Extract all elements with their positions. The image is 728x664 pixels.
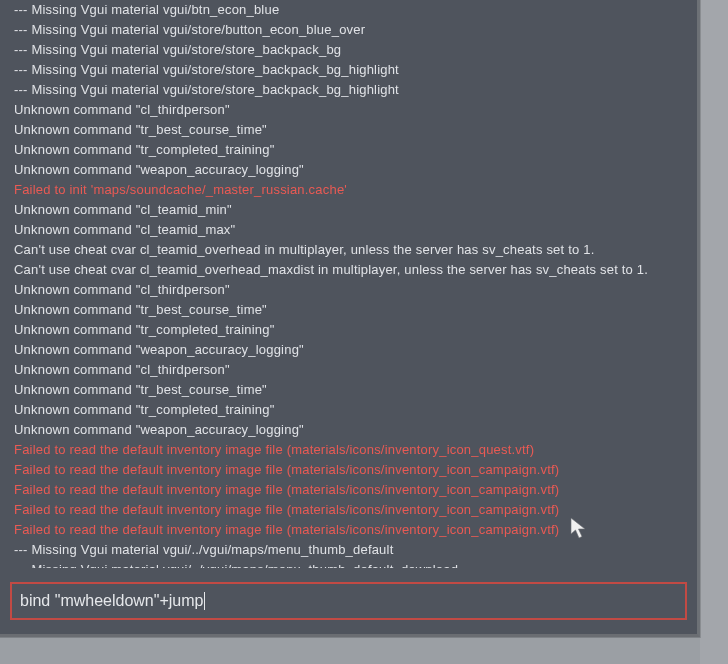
console-log-line: Failed to read the default inventory ima… [10, 520, 687, 540]
console-log-line: Unknown command "weapon_accuracy_logging… [10, 160, 687, 180]
console-panel: --- Missing Vgui material vgui/btn_econ_… [0, 0, 700, 637]
console-log-line: Unknown command "cl_teamid_min" [10, 200, 687, 220]
console-log-line: Can't use cheat cvar cl_teamid_overhead … [10, 240, 687, 260]
console-log[interactable]: --- Missing Vgui material vgui/btn_econ_… [10, 0, 687, 568]
console-log-line: --- Missing Vgui material vgui/store/sto… [10, 60, 687, 80]
console-log-line: Unknown command "weapon_accuracy_logging… [10, 340, 687, 360]
console-log-line: --- Missing Vgui material vgui/store/but… [10, 20, 687, 40]
console-log-line: --- Missing Vgui material vgui/../vgui/m… [10, 560, 687, 568]
console-log-line: Unknown command "tr_best_course_time" [10, 120, 687, 140]
console-log-line: --- Missing Vgui material vgui/store/sto… [10, 40, 687, 60]
console-log-line: Can't use cheat cvar cl_teamid_overhead_… [10, 260, 687, 280]
console-input-text[interactable]: bind "mwheeldown"+jump [20, 592, 203, 610]
console-log-line: Failed to read the default inventory ima… [10, 460, 687, 480]
console-log-line: --- Missing Vgui material vgui/store/sto… [10, 80, 687, 100]
console-log-line: Failed to init 'maps/soundcache/_master_… [10, 180, 687, 200]
console-log-line: --- Missing Vgui material vgui/btn_econ_… [10, 0, 687, 20]
console-log-line: Unknown command "tr_best_course_time" [10, 380, 687, 400]
console-log-line: Unknown command "cl_thirdperson" [10, 100, 687, 120]
console-log-line: Failed to read the default inventory ima… [10, 440, 687, 460]
window-background: --- Missing Vgui material vgui/btn_econ_… [0, 0, 728, 664]
console-log-line: Unknown command "weapon_accuracy_logging… [10, 420, 687, 440]
console-log-line: Unknown command "cl_thirdperson" [10, 360, 687, 380]
bottom-strip [0, 637, 700, 664]
console-log-line: Failed to read the default inventory ima… [10, 480, 687, 500]
console-log-line: Failed to read the default inventory ima… [10, 500, 687, 520]
console-log-line: Unknown command "cl_teamid_max" [10, 220, 687, 240]
console-log-line: Unknown command "cl_thirdperson" [10, 280, 687, 300]
console-log-line: Unknown command "tr_completed_training" [10, 400, 687, 420]
console-log-line: Unknown command "tr_completed_training" [10, 140, 687, 160]
console-log-line: --- Missing Vgui material vgui/../vgui/m… [10, 540, 687, 560]
console-log-line: Unknown command "tr_best_course_time" [10, 300, 687, 320]
console-log-line: Unknown command "tr_completed_training" [10, 320, 687, 340]
text-caret-icon [204, 592, 205, 610]
console-input-wrap[interactable]: bind "mwheeldown"+jump [10, 582, 687, 620]
